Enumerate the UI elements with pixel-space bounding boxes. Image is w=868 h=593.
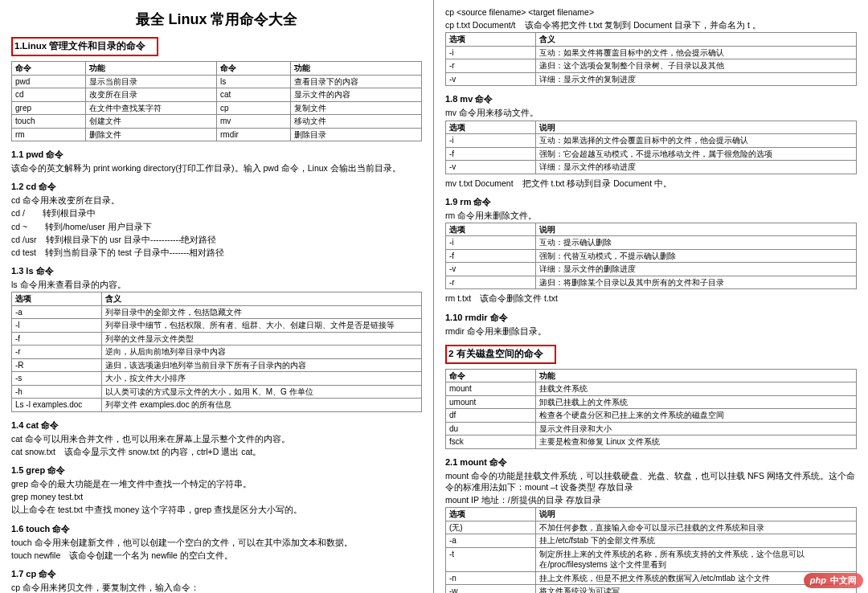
table-cell: 制定所挂上来的文件系统的名称，所有系统支持的文件系统，这个信息可以在/proc/… [536,547,857,571]
table-row: -R递归，该选项递归地列举当前目录下所有子目录内的内容 [12,358,422,372]
s21-heading: 2.1 mount 命令 [445,456,857,468]
table-cell: 以人类可读的方式显示文件的大小，如用 K、M、G 作单位 [102,385,422,399]
paragraph: cd / 转到根目录中 [11,207,422,219]
paragraph: cp <source filename> <target filename> [445,6,857,18]
paragraph: cd /usr 转到根目录下的 usr 目录中-----------绝对路径 [11,234,422,245]
table-row: mount挂载文件系统 [446,382,857,396]
s14-heading: 1.4 cat 命令 [11,419,422,431]
mount-options-table: 选项 说明 (无)不加任何参数，直接输入命令可以显示已挂载的文件系统和目录-a挂… [445,507,857,593]
paragraph: rm t.txt 该命令删除文件 t.txt [445,292,857,304]
table-cell: cat [216,88,290,102]
table-row: -i互动：如果选择的文件会覆盖目标中的文件，他会提示确认 [446,134,857,148]
paragraph: cp t.txt Document/t 该命令将把文件 t.txt 复制到 Do… [445,19,857,31]
table-cell: 检查各个硬盘分区和已挂上来的文件系统的磁盘空间 [536,409,857,423]
section2-summary-table: 命令 功能 mount挂载文件系统umount卸载已挂载上的文件系统df检查各个… [445,369,857,449]
section2-heading-box: 2 有关磁盘空间的命令 [445,345,556,364]
table-row: (无)不加任何参数，直接输入命令可以显示已挂载的文件系统和目录 [446,521,857,534]
table-cell: 删除目录 [290,128,421,141]
table-row: grep在文件中查找某字符cp复制文件 [12,101,422,115]
table-cell: 在文件中查找某字符 [85,101,216,115]
table-cell: Ls -l examples.doc [12,399,102,412]
table-row: -l列举目录中细节，包括权限、所有者、组群、大小、创建日期、文件是否是链接等 [12,319,422,333]
table-cell: ls [216,75,290,88]
th: 说明 [536,223,857,236]
table-cell: -f [446,249,536,263]
table-cell: -i [446,134,536,148]
table-cell: 显示文件的内容 [290,88,421,102]
table-cell: rmdir [216,128,290,141]
table-cell: -r [446,276,536,289]
paragraph: cat 命令可以用来合并文件，也可以用来在屏幕上显示整个文件的内容。 [11,433,422,444]
s11-heading: 1.1 pwd 命令 [11,149,422,161]
table-cell: (无) [446,521,536,534]
table-cell: 不加任何参数，直接输入命令可以显示已挂载的文件系统和目录 [536,521,857,534]
table-row: -v详细：显示文件的复制进度 [446,72,857,86]
mv-options-table: 选项 说明 -i互动：如果选择的文件会覆盖目标中的文件，他会提示确认-f强制：它… [445,121,857,174]
table-cell: 列举目录中的全部文件，包括隐藏文件 [102,305,422,319]
section1-summary-table: 命令 功能 命令 功能 pwd显示当前目录ls查看目录下的内容cd改变所在目录c… [11,61,422,141]
table-cell: 强制：代替互动模式，不提示确认删除 [536,249,857,263]
table-cell: 详细：显示文件的删除进度 [536,263,857,276]
table-row: touch创建文件mv移动文件 [12,115,422,129]
table-row: -i互动：如果文件将覆盖目标中的文件，他会提示确认 [446,46,857,59]
paragraph: cat snow.txt 该命令显示文件 snow.txt 的内容，ctrl+D… [11,446,422,457]
paragraph: cp 命令用来拷贝文件，要复制文件，输入命令： [11,582,422,593]
table-row: -w将文件系统设为可读写 [446,585,857,593]
th: 功能 [290,62,421,76]
table-row: fsck主要是检查和修复 Linux 文件系统 [446,436,857,449]
paragraph: 以上命令在 test.txt 中查找 money 这个字符串，grep 查找是区… [11,504,422,515]
table-cell: df [446,409,536,423]
table-row: -r逆向，从后向前地列举目录中内容 [12,346,422,359]
table-row: umount卸载已挂载上的文件系统 [446,395,857,409]
paragraph: rmdir 命令用来删除目录。 [445,325,857,337]
paragraph: mv t.txt Document 把文件 t.txt 移动到目录 Docume… [445,178,857,189]
table-cell: 互动：提示确认删除 [536,236,857,250]
paragraph: ls 命令用来查看目录的内容。 [11,279,422,290]
table-cell: -i [446,46,536,59]
table-cell: -t [446,547,536,571]
table-row: du显示文件目录和大小 [446,422,857,436]
table-row: -a列举目录中的全部文件，包括隐藏文件 [12,305,422,319]
table-row: cd改变所在目录cat显示文件的内容 [12,88,422,102]
s12-heading: 1.2 cd 命令 [11,181,422,193]
paragraph: mount 命令的功能是挂载文件系统，可以挂载硬盘、光盘、软盘，也可以挂载 NF… [445,470,857,493]
table-cell: 删除文件 [85,128,216,141]
th: 含义 [536,33,857,47]
table-cell: -f [446,147,536,161]
table-cell: 递归：这个选项会复制整个目录树、子目录以及其他 [536,59,857,73]
section1-heading: 1.Linux 管理文件和目录的命令 [14,39,150,53]
table-cell: -l [12,319,102,333]
table-cell: -a [446,534,536,548]
page-right: cp <source filename> <target filename>cp… [434,0,868,593]
table-cell: mount [446,382,536,396]
table-row: -t制定所挂上来的文件系统的名称，所有系统支持的文件系统，这个信息可以在/pro… [446,547,857,571]
s16-heading: 1.6 touch 命令 [11,523,422,535]
table-cell: 列举的文件显示文件类型 [102,332,422,346]
php-watermark: php 中文网 [804,573,863,588]
table-row: rm删除文件rmdir删除目录 [12,128,422,141]
table-cell: 列举目录中细节，包括权限、所有者、组群、大小、创建日期、文件是否是链接等 [102,319,422,333]
s19-heading: 1.9 rm 命令 [445,196,857,208]
table-cell: 显示文件目录和大小 [536,422,857,436]
ls-options-table: 选项 含义 -a列举目录中的全部文件，包括隐藏文件-l列举目录中细节，包括权限、… [11,292,422,412]
table-cell: 挂载文件系统 [536,382,857,396]
table-cell: 主要是检查和修复 Linux 文件系统 [536,436,857,449]
th: 选项 [446,508,536,521]
table-cell: 改变所在目录 [85,88,216,102]
table-cell: mv [216,115,290,129]
table-cell: 查看目录下的内容 [290,75,421,88]
th: 含义 [102,292,422,306]
s110-heading: 1.10 rmdir 命令 [445,312,857,324]
s15-heading: 1.5 grep 命令 [11,464,422,476]
paragraph: cd ~ 转到/home/user 用户目录下 [11,221,422,232]
table-cell: 移动文件 [290,115,421,129]
table-cell: -w [446,585,536,593]
table-cell: -n [446,571,536,585]
table-cell: 挂上/etc/fstab 下的全部文件系统 [536,534,857,548]
th: 命令 [446,369,536,382]
th: 命令 [216,62,290,76]
th: 功能 [536,369,857,382]
table-cell: 详细：显示文件的移动进度 [536,161,857,174]
th: 选项 [446,33,536,47]
table-row: -f强制：它会超越互动模式，不提示地移动文件，属于很危险的选项 [446,147,857,161]
